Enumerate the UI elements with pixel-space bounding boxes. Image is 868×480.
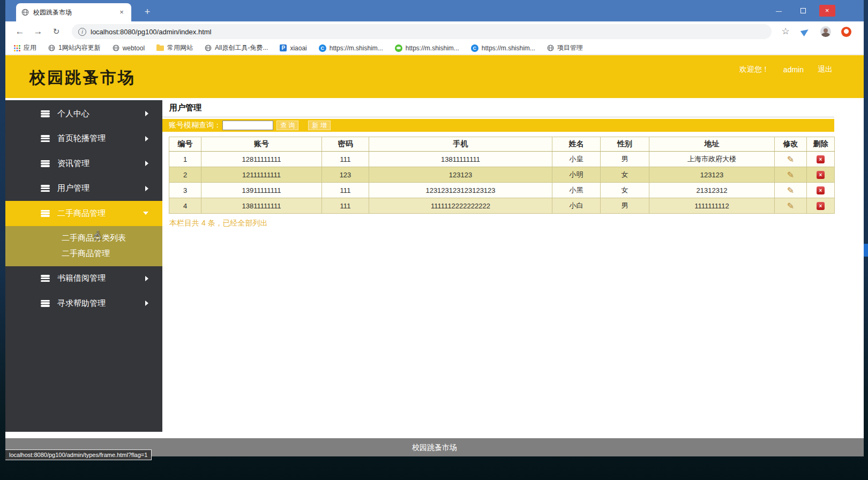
bookmark-item[interactable]: https://m.shishim... (395, 44, 459, 52)
close-button[interactable] (815, 0, 839, 21)
sidebar: 个人中心 首页轮播管理 资讯管理 用户管理 (5, 100, 162, 432)
page-info-icon[interactable] (78, 28, 86, 36)
col-header-edit: 修改 (775, 137, 807, 152)
submenu-item-category-list[interactable]: 二手商品分类列表 (5, 230, 162, 245)
welcome-text: 欢迎您！ (739, 65, 769, 74)
chevron-right-icon (145, 136, 148, 141)
delete-icon[interactable] (817, 186, 825, 194)
table-row: 2 12111111111 123 123123 小明 女 123123 (169, 167, 835, 183)
col-header-account: 账号 (201, 137, 322, 152)
layers-icon (41, 300, 50, 307)
browser-window: 校园跳蚤市场 localhost:8080/pg100/admin/index.… (5, 0, 864, 456)
col-header-phone: 手机 (369, 137, 552, 152)
forward-icon[interactable] (31, 25, 45, 39)
edit-pencil-icon[interactable] (787, 201, 794, 211)
delete-icon[interactable] (817, 171, 825, 179)
username-link[interactable]: admin (783, 65, 804, 74)
globe-icon (21, 9, 29, 16)
c-logo-icon (319, 44, 326, 52)
chevron-right-icon (145, 301, 148, 306)
col-header-id: 编号 (169, 137, 201, 152)
bookmark-item[interactable]: xiaoai (280, 44, 306, 52)
globe-icon (547, 44, 554, 51)
back-icon[interactable] (13, 25, 27, 39)
site-title: 校园跳蚤市场 (29, 67, 136, 89)
bookmark-star-icon[interactable] (779, 25, 792, 38)
table-row: 4 13811111111 111 1111112222222222 小白 男 … (169, 198, 835, 214)
layers-icon (41, 110, 50, 117)
submenu-item-goods-mgmt[interactable]: 二手商品管理 (5, 245, 162, 261)
globe-icon (113, 44, 119, 51)
tab-title: 校园跳蚤市场 (33, 8, 117, 17)
bookmark-item[interactable]: 1网站内容更新 (48, 43, 101, 52)
sidebar-submenu: 二手商品分类列表 二手商品管理 (5, 226, 162, 266)
sidebar-item-user-mgmt[interactable]: 用户管理 (5, 176, 162, 201)
bookmark-apps[interactable]: 应用 (14, 43, 36, 52)
col-header-password: 密码 (322, 137, 369, 152)
layers-icon (41, 135, 50, 142)
sidebar-item-secondhand-mgmt[interactable]: 二手商品管理 (5, 201, 162, 226)
maximize-button[interactable] (791, 0, 815, 21)
sidebar-item-book-borrow-mgmt[interactable]: 书籍借阅管理 (5, 266, 162, 291)
main-content: 用户管理 账号模糊查询： 查 询 新 增 编号 账号 (162, 98, 864, 228)
tab-close-icon[interactable] (117, 8, 126, 17)
bookmarks-bar: 应用 1网站内容更新 webtool 常用网站 All原创工具-免费... xi… (5, 42, 864, 55)
chevron-down-icon (143, 212, 148, 215)
tab-strip: 校园跳蚤市场 (5, 0, 864, 21)
bookmark-item[interactable]: All原创工具-免费... (205, 43, 268, 52)
logout-link[interactable]: 退出 (818, 65, 833, 74)
chevron-right-icon (145, 186, 148, 191)
layers-icon (41, 210, 50, 217)
minimize-button[interactable] (767, 0, 791, 21)
sidebar-item-help-mgmt[interactable]: 寻求帮助管理 (5, 291, 162, 316)
web-page: 校园跳蚤市场 欢迎您！ admin 退出 个人中心 首页轮播管理 (5, 55, 864, 456)
chevron-right-icon (145, 111, 148, 116)
sidebar-item-carousel-mgmt[interactable]: 首页轮播管理 (5, 126, 162, 152)
bookmark-item[interactable]: 项目管理 (547, 43, 583, 52)
browser-toolbar: localhost:8080/pg100/admin/index.html (5, 21, 864, 42)
query-label: 账号模糊查询： (169, 121, 221, 130)
table-row: 3 13911111111 111 123123123123123123 小黑 … (169, 183, 835, 198)
edit-pencil-icon[interactable] (787, 185, 794, 196)
bookmark-item[interactable]: https://m.shishim... (471, 44, 535, 52)
col-header-name: 姓名 (552, 137, 601, 152)
bookmark-folder[interactable]: 常用网站 (156, 43, 193, 52)
apps-grid-icon (14, 45, 20, 51)
layers-icon (41, 185, 50, 192)
folder-icon (156, 46, 164, 51)
new-tab-button[interactable] (140, 5, 154, 19)
delete-icon[interactable] (817, 202, 825, 210)
sidebar-item-personal-center[interactable]: 个人中心 (5, 101, 162, 126)
query-bar: 账号模糊查询： 查 询 新 增 (162, 119, 834, 132)
edit-pencil-icon[interactable] (787, 154, 794, 164)
account-search-input[interactable] (222, 121, 273, 130)
table-row: 1 12811111111 111 13811111111 小皇 男 上海市政府… (169, 152, 835, 167)
layers-icon (41, 160, 50, 167)
p-logo-icon (280, 44, 287, 51)
add-button[interactable]: 新 增 (308, 121, 330, 130)
reload-icon[interactable] (49, 25, 63, 39)
globe-icon (48, 44, 55, 51)
search-button[interactable]: 查 询 (276, 121, 298, 130)
page-title: 用户管理 (162, 98, 834, 117)
extension-icon-blue[interactable] (799, 25, 812, 38)
address-bar[interactable]: localhost:8080/pg100/admin/index.html (72, 24, 772, 39)
sidebar-item-news-mgmt[interactable]: 资讯管理 (5, 151, 162, 176)
record-count-summary: 本栏目共 4 条，已经全部列出 (169, 219, 834, 228)
extension-icon-red[interactable] (840, 25, 852, 38)
browser-tab[interactable]: 校园跳蚤市场 (16, 3, 131, 21)
green-messenger-icon (395, 44, 402, 52)
c-logo-icon (471, 44, 478, 52)
url-text[interactable]: localhost:8080/pg100/admin/index.html (91, 28, 211, 36)
delete-icon[interactable] (817, 155, 825, 163)
bookmark-item[interactable]: webtool (113, 44, 145, 52)
col-header-delete: 删除 (807, 137, 835, 152)
profile-avatar-icon[interactable] (819, 25, 832, 38)
globe-icon (205, 44, 212, 51)
edit-pencil-icon[interactable] (787, 170, 794, 180)
desktop-edge-accent (864, 244, 868, 257)
banner-links: 欢迎您！ admin 退出 (725, 65, 833, 74)
chevron-right-icon (145, 276, 148, 281)
bookmark-item[interactable]: https://m.shishim... (319, 44, 383, 52)
status-bar-url: localhost:8080/pg100/admin/types/frame.h… (5, 449, 152, 460)
